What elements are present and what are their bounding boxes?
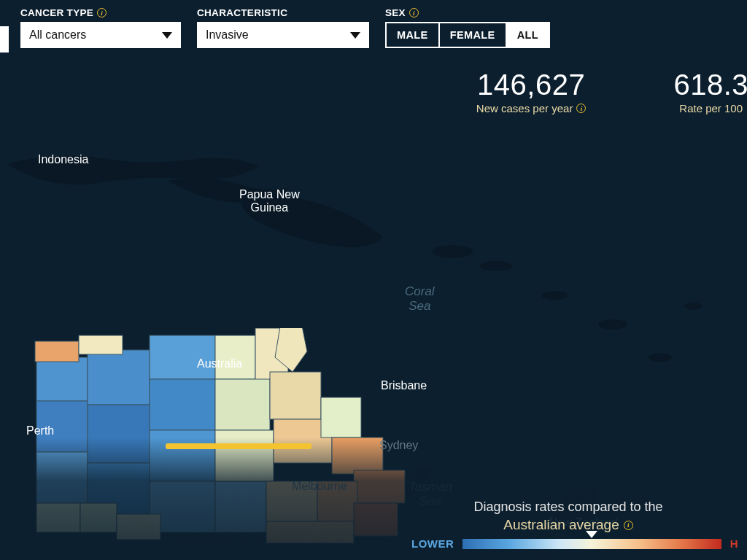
label-brisbane: Brisbane [381,379,427,392]
svg-point-1 [480,261,512,271]
gradient-bar [462,539,721,549]
legend: Diagnosis rates compared to the Australi… [411,499,725,550]
svg-point-5 [684,303,702,310]
stat-rate-label-text: Rate per 100 [679,102,743,114]
cancer-type-label: CANCER TYPE i [20,7,181,18]
sex-label: SEX i [385,7,550,18]
label-coral-sea: Coral Sea [405,284,435,313]
map-canvas[interactable]: Indonesia Papua New Guinea Coral Sea Aus… [0,124,747,503]
filter-bar: CANCER TYPE i All cancers CHARACTERISTIC… [0,0,747,48]
legend-title: Diagnosis rates compared to the [411,499,725,515]
sex-option-all[interactable]: ALL [507,22,550,48]
svg-point-0 [432,245,473,258]
characteristic-value: Invasive [206,28,249,42]
legend-scale: LOWER H [411,537,725,550]
svg-rect-33 [266,521,354,543]
sex-option-male[interactable]: MALE [385,22,440,48]
characteristic-label-text: CHARACTERISTIC [197,7,287,18]
cancer-type-value: All cancers [29,28,86,42]
label-png: Papua New Guinea [239,188,300,214]
svg-rect-25 [270,372,321,419]
characteristic-label: CHARACTERISTIC [197,7,369,18]
chevron-down-icon [350,32,360,39]
stat-rate-value: 618.3 [673,70,747,99]
characteristic-filter: CHARACTERISTIC Invasive [197,7,369,48]
svg-rect-24 [215,379,270,430]
svg-rect-17 [150,379,215,430]
stat-new-cases-label: New cases per year i [476,102,587,114]
label-melbourne: Melbourne [292,480,347,493]
sex-label-text: SEX [385,7,406,18]
info-icon[interactable]: i [97,8,107,18]
stat-new-cases: 146,627 New cases per year i [476,70,587,114]
svg-rect-10 [88,405,150,463]
svg-rect-13 [80,503,117,532]
info-icon[interactable]: i [576,104,586,113]
svg-point-2 [541,291,568,300]
legend-gradient[interactable] [462,539,721,549]
sex-filter: SEX i MALE FEMALE ALL [385,7,550,48]
svg-rect-14 [35,341,79,362]
stat-new-cases-label-text: New cases per year [476,102,573,114]
legend-higher: H [730,537,738,550]
svg-rect-30 [354,470,405,503]
svg-rect-18 [150,430,215,481]
cancer-type-filter: CANCER TYPE i All cancers [20,7,181,48]
sex-option-female[interactable]: FEMALE [440,22,507,48]
svg-rect-21 [117,514,160,540]
label-sydney: Sydney [379,439,418,452]
chevron-down-icon [162,32,172,39]
info-icon[interactable]: i [409,8,419,18]
svg-rect-12 [36,503,80,532]
label-indonesia: Indonesia [38,153,88,166]
highlight-bar [166,443,311,449]
stat-rate: 618.3 Rate per 100 [673,70,747,114]
svg-rect-15 [79,335,123,354]
cancer-type-label-text: CANCER TYPE [20,7,93,18]
label-australia: Australia [197,357,242,370]
stat-new-cases-value: 146,627 [476,70,587,99]
svg-rect-29 [332,438,383,474]
svg-rect-34 [354,503,398,536]
svg-rect-9 [88,350,150,405]
sex-segmented: MALE FEMALE ALL [385,22,550,48]
stat-rate-label: Rate per 100 [673,102,747,114]
svg-point-4 [649,353,672,362]
svg-rect-6 [36,357,88,401]
legend-lower: LOWER [411,537,454,550]
svg-rect-28 [321,397,361,438]
truncated-left-select[interactable] [0,26,9,52]
label-perth: Perth [26,424,54,438]
legend-pointer-icon [586,531,597,538]
characteristic-select[interactable]: Invasive [197,22,369,48]
svg-point-3 [598,319,627,330]
legend-subtitle-text: Australian average [503,517,619,533]
svg-rect-26 [215,430,274,481]
legend-subtitle: Australian average i [411,517,725,533]
svg-rect-20 [215,481,266,532]
stats-row: 146,627 New cases per year i 618.3 Rate … [0,70,747,114]
svg-rect-8 [36,452,88,503]
info-icon[interactable]: i [624,521,633,530]
cancer-type-select[interactable]: All cancers [20,22,181,48]
